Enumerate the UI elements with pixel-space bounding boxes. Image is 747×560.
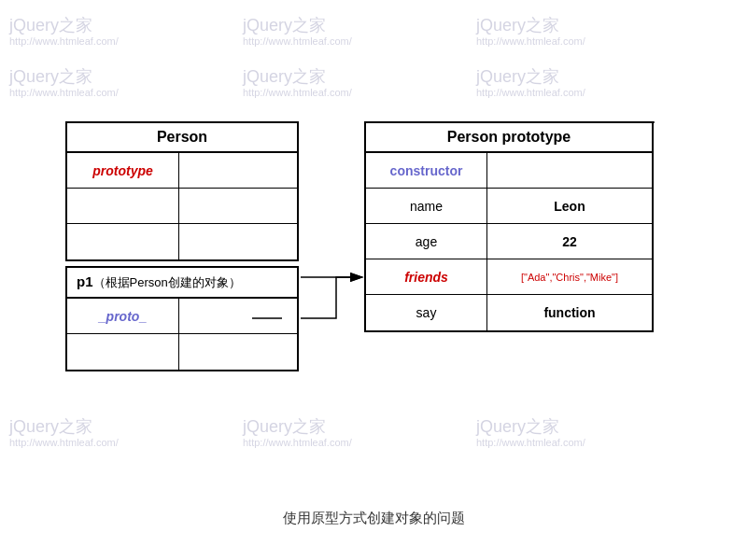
person-table: Person prototype: [65, 121, 299, 261]
wm15: jQuery之家: [243, 415, 326, 438]
wm2: http://www.htmleaf.com/: [9, 35, 119, 47]
age-row: age 22: [366, 224, 652, 259]
friends-row: friends ["Ada","Chris","Mike"]: [366, 259, 652, 295]
wm11: jQuery之家: [476, 65, 559, 88]
wm1: jQuery之家: [9, 14, 92, 36]
prototype-value-cell: [179, 153, 297, 188]
proto-cell: _proto_: [67, 299, 179, 333]
p1-subtitle: （根据Person创建的对象）: [93, 275, 241, 289]
p1-table-header: p1（根据Person创建的对象）: [67, 268, 297, 299]
say-row: say function: [366, 295, 652, 330]
wm9: jQuery之家: [243, 65, 326, 88]
say-value-cell: function: [487, 295, 652, 330]
constructor-value-cell: [487, 153, 652, 188]
constructor-row: constructor: [366, 153, 652, 189]
prototype-cell: prototype: [67, 153, 179, 188]
wm5: jQuery之家: [476, 14, 559, 36]
wm17: jQuery之家: [476, 415, 559, 438]
wm7: jQuery之家: [9, 65, 92, 88]
person-cell-3-right: [179, 224, 297, 259]
wm12: http://www.htmleaf.com/: [476, 87, 585, 98]
p1-table: p1（根据Person创建的对象） _proto_: [65, 266, 299, 371]
person-prototype-row: prototype: [67, 153, 297, 189]
say-cell: say: [366, 295, 487, 330]
name-value-cell: Leon: [487, 189, 652, 223]
wm8: http://www.htmleaf.com/: [9, 87, 119, 98]
p1-proto-row: _proto_: [67, 299, 297, 334]
person-cell-3-left: [67, 224, 179, 259]
friends-value-cell: ["Ada","Chris","Mike"]: [487, 259, 652, 294]
wm16: http://www.htmleaf.com/: [243, 437, 352, 448]
p1-bold-label: p1: [77, 273, 93, 289]
constructor-cell: constructor: [366, 153, 487, 188]
age-cell: age: [366, 224, 487, 259]
person-row-3: [67, 224, 297, 259]
wm13: jQuery之家: [9, 415, 92, 438]
wm14: http://www.htmleaf.com/: [9, 437, 119, 448]
wm4: http://www.htmleaf.com/: [243, 35, 352, 47]
p1-cell-2-left: [67, 334, 179, 370]
wm6: http://www.htmleaf.com/: [476, 35, 585, 47]
person-cell-2-right: [179, 189, 297, 223]
wm3: jQuery之家: [243, 14, 326, 36]
caption: 使用原型方式创建对象的问题: [0, 510, 747, 527]
name-row: name Leon: [366, 189, 652, 224]
p1-row-2: [67, 334, 297, 370]
friends-cell: friends: [366, 259, 487, 294]
wm10: http://www.htmleaf.com/: [243, 87, 352, 98]
wm18: http://www.htmleaf.com/: [476, 437, 585, 448]
proto-value-cell: [179, 299, 297, 333]
proto-table: Person prototype constructor name Leon a…: [364, 121, 654, 332]
name-cell: name: [366, 189, 487, 223]
proto-table-header: Person prototype: [366, 123, 652, 153]
p1-cell-2-right: [179, 334, 297, 370]
person-cell-2-left: [67, 189, 179, 223]
age-value-cell: 22: [487, 224, 652, 259]
person-row-2: [67, 189, 297, 224]
person-table-header: Person: [67, 123, 297, 153]
